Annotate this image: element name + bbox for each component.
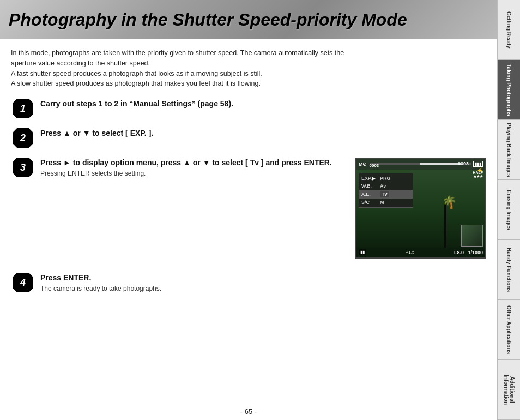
step-4: 4 Press ENTER. The camera is ready to ta… <box>11 271 486 295</box>
sidebar-label-playing-back: Playing Back Images <box>506 123 512 177</box>
camera-ev: +1.5 <box>406 250 415 255</box>
sidebar-label-taking-photographs: Taking Photographs <box>506 64 512 116</box>
intro-text: In this mode, photographs are taken with… <box>11 48 486 89</box>
palm-leaves: 🌴 <box>442 195 457 209</box>
step-3: 3 Press ► to display option menu, press … <box>11 155 486 259</box>
step-3-number: 3 <box>11 155 35 179</box>
step-1-number: 1 <box>11 97 35 121</box>
camera-half-badge: HALF ★★★ <box>473 171 483 179</box>
camera-screen-inner: 🌴 M⊙ 0003 ▮▮▮ <box>356 159 485 257</box>
intro-line3: A fast shutter speed produces a photogra… <box>11 69 486 79</box>
aperture-value: F8.0 <box>454 250 464 255</box>
palm-trunk <box>444 204 446 248</box>
menu-ae-label: A.E. <box>361 191 378 197</box>
menu-sc-label: S/C <box>361 200 378 205</box>
sidebar-label-erasing: Erasing Images <box>506 190 512 230</box>
menu-exp-label: EXP.▶ <box>361 176 378 181</box>
step-2: 2 Press ▲ or ▼ to select [ EXP. ]. <box>11 126 486 150</box>
step-3-circle: 3 <box>13 158 33 177</box>
step-4-content: Press ENTER. The camera is ready to take… <box>40 271 486 292</box>
step-4-circle: 4 <box>13 273 33 292</box>
camera-screen: 🌴 M⊙ 0003 ▮▮▮ <box>355 158 486 259</box>
sidebar-item-taking-photographs[interactable]: Taking Photographs <box>498 60 520 120</box>
camera-bottom-bar: ▮▮ +1.5 F8.0 1/1000 <box>359 249 483 255</box>
page-header: Photography in the Shutter Speed-priorit… <box>0 0 497 39</box>
step-1-main: Carry out steps 1 to 2 in “Manual Settin… <box>40 99 486 110</box>
sidebar-item-other-applications[interactable]: Other Applications <box>498 300 520 360</box>
page-footer: - 65 - <box>0 403 497 420</box>
menu-wb-value: Av <box>380 183 386 189</box>
half-label: HALF <box>473 171 483 175</box>
sidebar-label-handy-functions: Handy Functions <box>506 248 512 292</box>
intro-line2: aperture value according to the shutter … <box>11 58 486 69</box>
camera-frame-counter: 0003 <box>458 161 469 166</box>
menu-item-wb: W.B. Av <box>359 182 413 190</box>
page-title: Photography in the Shutter Speed-priorit… <box>9 10 407 30</box>
camera-mode-icon: M⊙ <box>359 161 367 167</box>
step-2-circle: 2 <box>13 128 33 148</box>
step-1-content: Carry out steps 1 to 2 in “Manual Settin… <box>40 97 486 110</box>
step-3-main: Press ► to display option menu, press ▲ … <box>40 158 344 169</box>
page-number: - 65 - <box>240 407 257 416</box>
menu-exp-value: PRG <box>380 176 391 181</box>
step-3-text: Press ► to display option menu, press ▲ … <box>40 158 344 177</box>
intro-line4: A slow shutter speed produces as photogr… <box>11 79 486 89</box>
sidebar-item-additional-info[interactable]: Additional Information <box>498 360 520 420</box>
menu-item-ae: A.E. Tv <box>359 190 413 199</box>
menu-ae-value: Tv <box>380 191 389 197</box>
menu-wb-label: W.B. <box>361 183 378 189</box>
menu-sc-value: M <box>380 200 384 205</box>
camera-battery-icon: ▮▮ <box>359 249 366 255</box>
sidebar-item-handy-functions[interactable]: Handy Functions <box>498 240 520 300</box>
shutter-value: 1/1000 <box>468 250 483 255</box>
sidebar-label-additional-info: Additional Information <box>503 362 515 417</box>
sidebar-item-erasing[interactable]: Erasing Images <box>498 180 520 240</box>
menu-item-exp: EXP.▶ PRG <box>359 175 413 182</box>
step-3-content: Press ► to display option menu, press ▲ … <box>40 155 486 259</box>
step-1: 1 Carry out steps 1 to 2 in “Manual Sett… <box>11 97 486 121</box>
step-4-sub: The camera is ready to take photographs. <box>40 285 486 292</box>
camera-stars: ★★★ <box>473 175 483 179</box>
steps-container: 1 Carry out steps 1 to 2 in “Manual Sett… <box>11 97 486 300</box>
sidebar-item-playing-back[interactable]: Playing Back Images <box>498 120 520 180</box>
sidebar-label-other-applications: Other Applications <box>506 305 512 354</box>
camera-menu: EXP.▶ PRG W.B. Av A.E. Tv <box>359 173 413 208</box>
intro-line1: In this mode, photographs are taken with… <box>11 48 486 58</box>
sidebar-label-getting-ready: Getting Ready <box>506 11 512 49</box>
sidebar-item-getting-ready[interactable]: Getting Ready <box>498 0 520 60</box>
ev-value: +1.5 <box>406 250 415 255</box>
sidebar: Getting Ready Taking Photographs Playing… <box>497 0 520 420</box>
step-2-main: Press ▲ or ▼ to select [ EXP. ]. <box>40 128 486 139</box>
step-1-circle: 1 <box>13 99 33 118</box>
camera-thumbnail <box>461 225 483 247</box>
camera-battery: ▮▮▮ <box>473 161 483 167</box>
step-3-sub: Pressing ENTER selects the setting. <box>40 170 344 177</box>
step-4-number: 4 <box>11 271 35 295</box>
content-area: In this mode, photographs are taken with… <box>0 39 497 403</box>
step-2-content: Press ▲ or ▼ to select [ EXP. ]. <box>40 126 486 139</box>
menu-item-sc: S/C M <box>359 199 413 206</box>
main-content: Photography in the Shutter Speed-priorit… <box>0 0 497 420</box>
step-2-number: 2 <box>11 126 35 150</box>
step-4-main: Press ENTER. <box>40 273 486 284</box>
camera-settings: F8.0 1/1000 <box>454 250 483 255</box>
